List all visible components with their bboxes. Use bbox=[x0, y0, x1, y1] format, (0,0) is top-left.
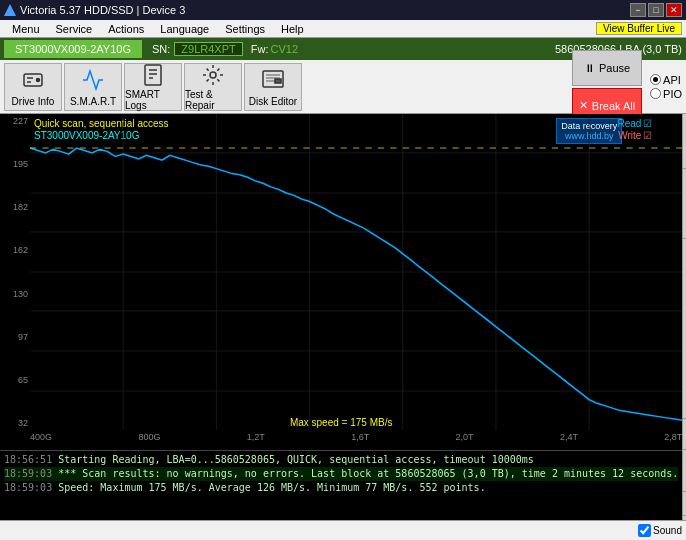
menu-item-settings[interactable]: Settings bbox=[217, 20, 273, 37]
disk-editor-icon bbox=[259, 66, 287, 94]
drive-tab[interactable]: ST3000VX009-2AY10G bbox=[4, 40, 142, 58]
api-radio-dot bbox=[650, 74, 661, 85]
smart-logs-label: SMART Logs bbox=[125, 89, 181, 111]
smart-button[interactable]: S.M.A.R.T bbox=[64, 63, 122, 111]
menu-item-actions[interactable]: Actions bbox=[100, 20, 152, 37]
y-axis: 227 195 182 162 130 97 65 32 bbox=[0, 114, 30, 430]
close-button[interactable]: ✕ bbox=[666, 3, 682, 17]
sound-check[interactable] bbox=[638, 524, 651, 537]
chart-svg bbox=[30, 114, 682, 430]
drive-info-label: Drive Info bbox=[12, 96, 55, 107]
test-repair-button[interactable]: Test & Repair bbox=[184, 63, 242, 111]
smart-logs-button[interactable]: SMART Logs bbox=[124, 63, 182, 111]
chart-area: Data recovery www.hdd.by Read ☑ Write ☑ … bbox=[0, 114, 682, 450]
drive-icon bbox=[19, 66, 47, 94]
window-title: Victoria 5.37 HDD/SSD | Device 3 bbox=[20, 4, 185, 16]
svg-rect-4 bbox=[145, 65, 161, 85]
log-line-2: 18:59:03 *** Scan results: no warnings, … bbox=[4, 467, 678, 481]
max-speed-label: Max speed = 175 MB/s bbox=[290, 417, 393, 428]
svg-point-8 bbox=[210, 72, 216, 78]
smart-icon bbox=[79, 66, 107, 94]
sn-value: Z9LR4XPT bbox=[174, 42, 242, 56]
menu-item-language[interactable]: Language bbox=[152, 20, 217, 37]
test-repair-label: Test & Repair bbox=[185, 89, 241, 111]
minimize-button[interactable]: − bbox=[630, 3, 646, 17]
menu-bar: Menu Service Actions Language Settings H… bbox=[0, 20, 686, 38]
maximize-button[interactable]: □ bbox=[648, 3, 664, 17]
pio-radio[interactable]: PIO bbox=[650, 88, 682, 100]
toolbar: Drive Info S.M.A.R.T SMART Logs bbox=[0, 60, 686, 114]
fw-label: Fw: bbox=[251, 43, 269, 55]
svg-rect-13 bbox=[275, 79, 281, 83]
disk-editor-label: Disk Editor bbox=[249, 96, 297, 107]
menu-item-menu[interactable]: Menu bbox=[4, 20, 48, 37]
svg-point-1 bbox=[37, 79, 40, 82]
sn-label: SN: bbox=[152, 43, 170, 55]
pio-radio-dot bbox=[650, 88, 661, 99]
smart-label: S.M.A.R.T bbox=[70, 96, 116, 107]
log-line-3: 18:59:03 Speed: Maximum 175 MB/s. Averag… bbox=[4, 481, 678, 495]
menu-item-service[interactable]: Service bbox=[48, 20, 101, 37]
menu-item-help[interactable]: Help bbox=[273, 20, 312, 37]
sound-checkbox[interactable]: Sound bbox=[638, 524, 682, 537]
x-axis: 400G 800G 1,2T 1,6T 2,0T 2,4T 2,8T bbox=[30, 430, 682, 450]
disk-editor-button[interactable]: Disk Editor bbox=[244, 63, 302, 111]
repair-icon bbox=[199, 63, 227, 87]
sound-label: Sound bbox=[653, 525, 682, 536]
log-area[interactable]: 18:56:51 Starting Reading, LBA=0...58605… bbox=[0, 450, 682, 520]
log-line-1: 18:56:51 Starting Reading, LBA=0...58605… bbox=[4, 453, 678, 467]
pause-button[interactable]: ⏸ Pause bbox=[572, 50, 642, 86]
right-panel: End time Start LBA CUR End LBA MAX ▲ ▼ bbox=[682, 114, 686, 520]
logs-icon bbox=[139, 63, 167, 87]
drive-info-button[interactable]: Drive Info bbox=[4, 63, 62, 111]
app-icon bbox=[4, 4, 16, 16]
view-buffer-button[interactable]: View Buffer Live bbox=[596, 22, 682, 35]
fw-value: CV12 bbox=[270, 43, 298, 55]
api-radio[interactable]: API bbox=[650, 74, 682, 86]
bottom-bar: Sound bbox=[0, 520, 686, 540]
title-bar: Victoria 5.37 HDD/SSD | Device 3 − □ ✕ bbox=[0, 0, 686, 20]
